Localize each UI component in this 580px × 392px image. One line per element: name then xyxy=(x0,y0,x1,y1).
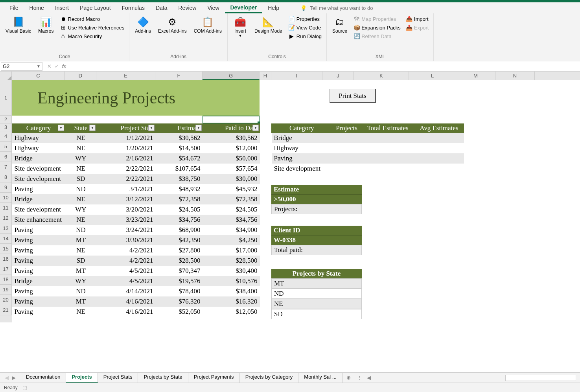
menu-tab-review[interactable]: Review xyxy=(173,3,202,13)
map-properties-button[interactable]: 🗺Map Properties xyxy=(352,15,402,23)
col-header-state[interactable]: State▼ xyxy=(65,124,97,133)
col-header-F[interactable]: F xyxy=(155,72,203,80)
row-header-1[interactable]: 1 xyxy=(0,80,12,116)
state-row[interactable]: ND xyxy=(271,289,362,299)
sheet-tab-project-payments[interactable]: Project Payments xyxy=(188,373,240,383)
row-header-3[interactable]: 3 xyxy=(0,123,12,131)
horizontal-scrollbar[interactable] xyxy=(505,375,576,381)
table-row[interactable]: HighwayNE1/20/2021$14,500$12,000 xyxy=(12,143,260,153)
cancel-icon[interactable]: ✕ xyxy=(47,63,52,69)
table-row[interactable]: PavingND3/24/2021$68,900$34,900 xyxy=(12,225,260,235)
row-header-18[interactable]: 18 xyxy=(0,274,12,285)
row-header-2[interactable]: 2 xyxy=(0,116,12,123)
excel-addins-button[interactable]: ⚙Excel Add-ins xyxy=(156,15,189,35)
com-addins-button[interactable]: 📋COM Add-ins xyxy=(191,15,224,35)
col-header-C[interactable]: C xyxy=(12,72,65,80)
table-row[interactable]: BridgeWY4/5/2021$19,576$10,576 xyxy=(12,276,260,286)
table-row[interactable]: PavingMT3/30/2021$42,350$4,250 xyxy=(12,235,260,245)
menu-tab-file[interactable]: File xyxy=(4,3,24,13)
visual-basic-button[interactable]: 📘Visual Basic xyxy=(3,15,33,35)
table-row[interactable]: PavingSD4/2/2021$28,500$28,500 xyxy=(12,256,260,266)
col-header-K[interactable]: K xyxy=(354,72,409,80)
table-row[interactable]: PavingMT4/5/2021$70,347$30,400 xyxy=(12,266,260,276)
row-header-8[interactable]: 8 xyxy=(0,172,12,182)
sheet-tab-monthly-sal-[interactable]: Monthly Sal ... xyxy=(298,373,342,383)
row-header-4[interactable]: 4 xyxy=(0,131,12,142)
table-row[interactable]: BridgeWY2/16/2021$54,672$50,000 xyxy=(12,153,260,164)
col-header-J[interactable]: J xyxy=(322,72,354,80)
row-header-14[interactable]: 14 xyxy=(0,234,12,244)
table-row[interactable]: BridgeNE3/12/2021$72,358$72,358 xyxy=(12,194,260,204)
row-header-17[interactable]: 17 xyxy=(0,264,12,274)
table-row[interactable]: Site developmentNE2/22/2021$107,654$57,6… xyxy=(12,164,260,174)
print-stats-button[interactable]: Print Stats xyxy=(330,89,376,103)
col-header-D[interactable]: D xyxy=(65,72,96,80)
col-header-G[interactable]: G xyxy=(203,72,260,80)
row-header-15[interactable]: 15 xyxy=(0,244,12,254)
selected-cell[interactable] xyxy=(203,116,260,123)
macros-button[interactable]: 📊Macros xyxy=(36,15,56,35)
menu-tab-home[interactable]: Home xyxy=(24,3,50,13)
sheet-tab-projects-by-category[interactable]: Projects by Category xyxy=(240,373,299,383)
row-header-20[interactable]: 20 xyxy=(0,295,12,305)
add-sheet-button[interactable]: ⊕ xyxy=(342,375,355,381)
expansion-packs-button[interactable]: 📦Expansion Packs xyxy=(352,24,402,31)
col-header-paid-to-date[interactable]: Paid to Date▼ xyxy=(203,124,260,133)
use-relative-button[interactable]: ⊞Use Relative References xyxy=(59,24,126,31)
col-header-L[interactable]: L xyxy=(409,72,456,80)
menu-tab-insert[interactable]: Insert xyxy=(50,3,74,13)
table-row[interactable]: PavingNE4/16/2021$52,050$12,050 xyxy=(12,307,260,317)
row-header-16[interactable]: 16 xyxy=(0,254,12,264)
import-button[interactable]: 📥Import xyxy=(405,15,431,23)
record-macro-button[interactable]: ⏺Record Macro xyxy=(59,15,126,23)
select-all-corner[interactable] xyxy=(0,72,12,80)
table-row[interactable]: Site developmentSD2/22/2021$38,750$30,00… xyxy=(12,174,260,184)
summary-row[interactable]: Site development xyxy=(272,164,464,174)
properties-button[interactable]: 📄Properties xyxy=(287,15,323,23)
state-row[interactable]: NE xyxy=(271,299,362,309)
export-button[interactable]: 📤Export xyxy=(405,24,431,31)
table-row[interactable]: Site enhancementNE3/23/2021$34,756$34,75… xyxy=(12,215,260,225)
summary-row[interactable]: Highway xyxy=(272,143,464,153)
col-header-H[interactable]: H xyxy=(260,72,271,80)
filter-button[interactable]: ▼ xyxy=(148,125,155,131)
col-header-E[interactable]: E xyxy=(96,72,155,80)
summary-row[interactable]: Paving xyxy=(272,153,464,164)
name-box[interactable]: G2▼ xyxy=(1,62,42,71)
row-header-12[interactable]: 12 xyxy=(0,213,12,223)
menu-tab-help[interactable]: Help xyxy=(262,3,285,13)
sheet-tab-documentation[interactable]: Documentation xyxy=(20,373,66,383)
sheet-nav-next-icon[interactable]: ▶ xyxy=(12,375,16,381)
formula-input[interactable] xyxy=(70,62,580,71)
filter-button[interactable]: ▼ xyxy=(58,125,64,131)
row-header-21[interactable]: 21 xyxy=(0,305,12,315)
col-header-project-start[interactable]: Project Start▼ xyxy=(97,124,156,133)
row-header-13[interactable]: 13 xyxy=(0,223,12,234)
table-row[interactable]: HighwayNE1/12/2021$30,562$30,562 xyxy=(12,133,260,143)
table-row[interactable]: PavingMT4/16/2021$76,320$16,320 xyxy=(12,296,260,307)
tab-options-icon[interactable]: ⋮ xyxy=(355,375,365,381)
col-header-I[interactable]: I xyxy=(271,72,322,80)
run-dialog-button[interactable]: ▶Run Dialog xyxy=(287,32,323,40)
summary-row[interactable]: Bridge xyxy=(272,133,464,143)
row-header-11[interactable]: 11 xyxy=(0,203,12,213)
row-header-6[interactable]: 6 xyxy=(0,152,12,162)
design-mode-button[interactable]: 📐Design Mode xyxy=(252,15,285,35)
filter-button[interactable]: ▼ xyxy=(195,125,202,131)
insert-control-button[interactable]: 🧰Insert▼ xyxy=(231,15,250,39)
table-row[interactable]: PavingNE4/2/2021$27,800$17,000 xyxy=(12,245,260,256)
row-header-7[interactable]: 7 xyxy=(0,162,12,172)
macro-security-button[interactable]: ⚠Macro Security xyxy=(59,32,126,40)
scroll-left-icon[interactable]: ◀ xyxy=(365,375,373,381)
menu-tab-view[interactable]: View xyxy=(202,3,225,13)
addins-button[interactable]: 🔷Add-ins xyxy=(133,15,153,35)
macro-recorder-icon[interactable]: ⬚ xyxy=(22,385,27,390)
menu-tab-formulas[interactable]: Formulas xyxy=(116,3,150,13)
enter-icon[interactable]: ✓ xyxy=(55,63,59,69)
col-header-M[interactable]: M xyxy=(456,72,495,80)
state-row[interactable]: SD xyxy=(271,309,362,319)
table-row[interactable]: PavingND3/1/2021$48,932$45,932 xyxy=(12,184,260,194)
sheet-tab-projects-by-state[interactable]: Projects by State xyxy=(138,373,188,383)
col-header-N[interactable]: N xyxy=(495,72,535,80)
table-row[interactable]: Site developmentWY3/20/2021$24,505$24,50… xyxy=(12,204,260,215)
